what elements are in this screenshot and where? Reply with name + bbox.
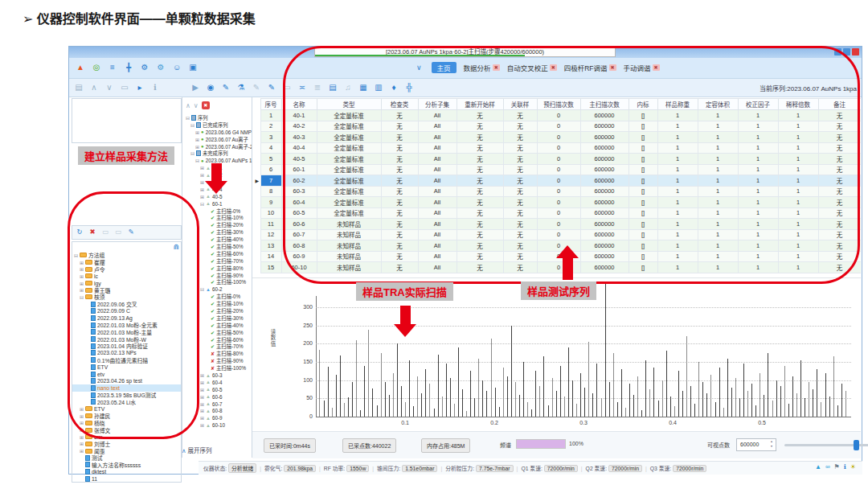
tree-item-崔摆[interactable]: ⊞崔摆 (72, 259, 181, 266)
tree-item-主扫描-40%[interactable]: ✔主扫描-40% (184, 236, 252, 243)
cell[interactable]: 7 (260, 175, 281, 187)
tree-item-40-5[interactable]: ⊞▲40-5 (184, 193, 252, 200)
cell[interactable]: 1 (698, 186, 738, 197)
cell[interactable]: 1 (778, 251, 818, 262)
cell[interactable]: 无 (457, 110, 503, 121)
cell[interactable]: 0 (537, 229, 580, 240)
cell[interactable]: 1 (778, 208, 818, 219)
cell[interactable]: 无 (381, 164, 418, 175)
cell[interactable]: 600000 (580, 132, 628, 143)
flag-icon[interactable]: ⚑ (834, 463, 840, 471)
tree-item-主扫描-10%[interactable]: ✔主扫描-10% (184, 300, 252, 307)
tree-expander-icon[interactable]: ⊞ (80, 434, 85, 440)
cell[interactable]: 1 (738, 208, 778, 219)
tree-item-2023.05.24 Li水[interactable]: 2023.05.24 Li水 (72, 398, 181, 405)
cell[interactable]: 无 (381, 110, 418, 121)
cell[interactable]: 1 (698, 251, 738, 262)
tree-item-闻惠[interactable]: ⊞闻惠 (72, 447, 181, 454)
gear-network-icon[interactable]: ⚙ (155, 61, 166, 73)
tree-item-主扫描-80%[interactable]: ✘主扫描-80% (184, 350, 252, 357)
tree-item-60-5[interactable]: ⊞▲60-5 (184, 386, 252, 393)
cell[interactable]: 无 (381, 142, 418, 154)
cell[interactable]: 600000 (580, 142, 628, 154)
tree-expander-icon[interactable]: ⊞ (200, 387, 206, 392)
tab-close-icon[interactable]: ✖ (550, 64, 557, 71)
cell[interactable]: 无 (503, 121, 537, 132)
cell[interactable]: 无 (503, 142, 537, 154)
user-icon[interactable]: ☺ (171, 61, 182, 73)
cell[interactable]: 无 (457, 240, 503, 252)
tree-expander-icon[interactable]: ⊞ (200, 401, 206, 407)
cell[interactable]: 无 (503, 240, 537, 252)
cell[interactable]: 无 (457, 142, 503, 154)
cell[interactable]: 1 (657, 262, 698, 273)
cell[interactable]: 无 (818, 186, 861, 197)
table-row-60-3[interactable]: 860-3全定量标准无All无无0600000[]1111无 (254, 186, 861, 197)
cell[interactable]: 无 (818, 132, 861, 143)
tree-item-主扫描-10%[interactable]: ✔主扫描-10% (184, 214, 252, 221)
cell[interactable]: [] (628, 262, 657, 273)
tree-item-卢令[interactable]: ⊞卢令 (72, 265, 181, 273)
cell[interactable]: [] (628, 154, 657, 165)
tree-item-2023.06.06 G4 NMP-1[interactable]: ⊞●2023.06.06 G4 NMP-1 (184, 129, 252, 136)
cell[interactable]: 60-1 (281, 164, 317, 175)
cell[interactable]: 1 (698, 262, 738, 273)
tree-item-0.1%曲拉通元素扫描[interactable]: 0.1%曲拉通元素扫描 (72, 356, 181, 364)
tree-expander-icon[interactable]: ⊞ (80, 427, 85, 433)
tree-item-60-6[interactable]: ⊞▲60-6 (184, 393, 252, 401)
tree-expander-icon[interactable]: ⊞ (195, 137, 201, 142)
tree-item-cxx[interactable]: ⊞cxx (72, 434, 181, 441)
cell[interactable]: 1 (778, 219, 818, 230)
cell[interactable]: 1 (698, 110, 738, 121)
cell[interactable]: 600000 (580, 164, 628, 175)
cell[interactable]: All (418, 208, 457, 219)
list-icon[interactable]: ≣ (312, 81, 323, 93)
cell[interactable]: 1 (738, 142, 778, 154)
cell[interactable]: 1 (698, 208, 738, 219)
view-slider-thumb[interactable] (854, 440, 859, 450)
chart-divider[interactable] (252, 277, 861, 278)
cell[interactable]: 600000 (580, 175, 628, 187)
cell[interactable]: 1 (778, 262, 818, 273)
cell[interactable]: 0 (537, 142, 580, 154)
cell[interactable]: [] (628, 240, 657, 252)
cell[interactable]: 1 (738, 175, 778, 187)
cell[interactable]: [] (628, 132, 657, 143)
minimize-button[interactable] (834, 48, 841, 55)
tree-item-2023.06.07 Au离子-2[interactable]: ⊞●2023.06.07 Au离子-2 (184, 143, 252, 150)
cell[interactable]: 1 (698, 229, 738, 240)
cell[interactable]: 1 (657, 219, 698, 230)
cell[interactable]: 无 (818, 229, 861, 240)
tree-item-60-4[interactable]: ⊞▲60-4 (184, 379, 252, 386)
cell[interactable]: 1 (657, 208, 698, 219)
cell[interactable]: 1 (698, 164, 738, 175)
edit-method-icon[interactable]: ✎ (220, 81, 231, 93)
table-row-40-2[interactable]: 240-2全定量标准无All无无0600000[]1111无 (254, 121, 861, 132)
cell[interactable]: 60-3 (281, 186, 317, 197)
cell[interactable]: 无 (503, 219, 537, 230)
cell[interactable]: 1 (657, 197, 698, 208)
tree-item-主扫描-100%[interactable]: ✘主扫描-100% (184, 364, 252, 372)
tree-item-lgy[interactable]: ⊞lgy (72, 280, 181, 287)
window-titlebar[interactable]: [2023.06.07 AuNPs 1kpa·60-2]主扫描(步骤420000… (69, 47, 862, 58)
tree-item-已完成序列[interactable]: ⊟已完成序列 (184, 121, 252, 129)
cell[interactable]: 1 (698, 132, 738, 143)
spinner-arrows[interactable]: ▴▾ (768, 439, 775, 450)
table-row-60-4[interactable]: 960-4全定量标准无All无无0600000[]1111无 (254, 197, 861, 208)
folder2-icon[interactable]: ▭ (113, 227, 123, 236)
tree-expander-icon[interactable]: ⊞ (80, 281, 85, 286)
tree-expander-icon[interactable]: ⊞ (80, 273, 85, 279)
tree-expander-icon[interactable]: ⊞ (80, 448, 85, 454)
cell[interactable]: 1 (738, 251, 778, 262)
cell[interactable]: 0 (537, 208, 580, 219)
collapse-icon[interactable]: ∧ (182, 447, 186, 454)
cell[interactable]: 1 (738, 164, 778, 175)
cell[interactable]: 0 (537, 110, 580, 121)
tree-item-主扫描-90%[interactable]: ✘主扫描-90% (184, 357, 252, 364)
cell[interactable]: 1 (657, 251, 698, 262)
cell[interactable]: 600000 (580, 240, 628, 252)
chart-icon[interactable]: ▦ (358, 81, 369, 93)
cell[interactable]: 1 (778, 197, 818, 208)
cell[interactable]: 4 (260, 142, 281, 154)
cell[interactable]: 60-7 (281, 229, 317, 240)
